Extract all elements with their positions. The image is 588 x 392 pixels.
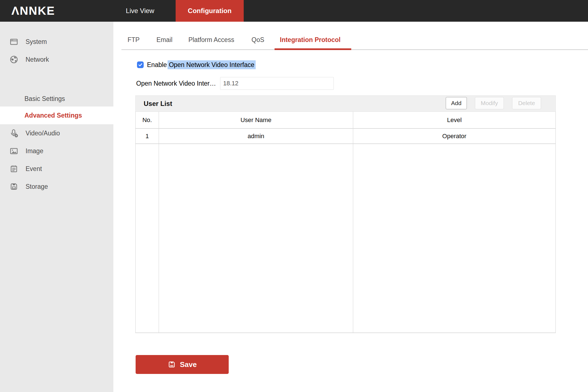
save-icon (168, 360, 176, 369)
sidebar-item-label: Advanced Settings (24, 112, 82, 119)
delete-user-button[interactable]: Delete (512, 97, 541, 109)
cell-user-name: admin (159, 129, 353, 143)
sidebar-item-basic-settings[interactable]: Basic Settings (0, 90, 113, 108)
active-tab-underline (275, 48, 351, 50)
sidebar-item-label: Video/Audio (26, 130, 60, 137)
onvif-version-input[interactable] (220, 77, 334, 90)
annke-logo: ΛNNKE (11, 0, 55, 22)
content-area: FTP Email Platform Access QoS Integratio… (113, 22, 588, 392)
empty-table-area (136, 144, 555, 333)
sidebar-item-label: Basic Settings (24, 95, 65, 103)
user-list-header: User List Add Modify Delete (135, 95, 556, 111)
sidebar-item-storage[interactable]: Storage (0, 178, 113, 195)
column-header-user-name: User Name (159, 112, 353, 128)
sidebar-item-label: Storage (26, 183, 48, 190)
tab-qos[interactable]: QoS (251, 36, 264, 44)
enable-word: Enable (147, 61, 167, 68)
user-list-panel: User List Add Modify Delete No. User Nam… (135, 95, 556, 333)
tab-ftp[interactable]: FTP (128, 36, 139, 44)
table-row[interactable]: 1 admin Operator (136, 129, 555, 144)
sidebar-item-system[interactable]: System (0, 33, 113, 51)
nav-configuration[interactable]: Configuration (176, 0, 244, 22)
save-button[interactable]: Save (136, 355, 229, 374)
sidebar-item-event[interactable]: Event (0, 160, 113, 178)
video-audio-icon (9, 129, 18, 138)
modify-user-button[interactable]: Modify (475, 97, 504, 109)
network-icon (9, 55, 18, 64)
tab-bar-divider (121, 49, 588, 50)
enable-highlighted-text: Open Network Video Interface (168, 60, 256, 69)
image-icon (9, 147, 18, 155)
onvif-version-label: Open Network Video Inter… (136, 77, 216, 90)
sidebar: System Network Basic Settings Advanced S… (0, 22, 113, 392)
tab-platform-access[interactable]: Platform Access (188, 36, 234, 44)
column-header-level: Level (353, 112, 555, 128)
save-label: Save (180, 360, 197, 369)
enable-onvif-checkbox[interactable] (137, 61, 144, 68)
user-table: No. User Name Level 1 admin Operator (135, 111, 556, 333)
sidebar-item-image[interactable]: Image (0, 142, 113, 160)
sidebar-item-label: System (26, 38, 47, 46)
checkmark-icon (138, 62, 143, 67)
sidebar-item-label: Event (26, 165, 42, 173)
add-user-button[interactable]: Add (446, 97, 467, 109)
user-table-header-row: No. User Name Level (136, 112, 555, 129)
cell-level: Operator (353, 129, 555, 143)
column-header-no: No. (136, 112, 159, 128)
sidebar-item-advanced-settings[interactable]: Advanced Settings (0, 106, 113, 124)
cell-no: 1 (136, 129, 159, 143)
enable-onvif-label: EnableOpen Network Video Interface (147, 61, 256, 69)
storage-icon (9, 182, 18, 191)
enable-onvif-row: EnableOpen Network Video Interface (137, 61, 256, 69)
nav-live-view[interactable]: Live View (122, 0, 158, 22)
system-icon (9, 37, 18, 46)
tab-integration-protocol[interactable]: Integration Protocol (280, 36, 341, 44)
event-icon (9, 164, 18, 173)
top-bar: ΛNNKE Live View Configuration (0, 0, 588, 22)
tab-email[interactable]: Email (156, 36, 173, 44)
sidebar-item-network[interactable]: Network (0, 51, 113, 68)
user-list-title: User List (144, 96, 172, 112)
sidebar-item-label: Image (26, 147, 43, 155)
sidebar-item-label: Network (26, 56, 49, 63)
sidebar-item-video-audio[interactable]: Video/Audio (0, 124, 113, 142)
